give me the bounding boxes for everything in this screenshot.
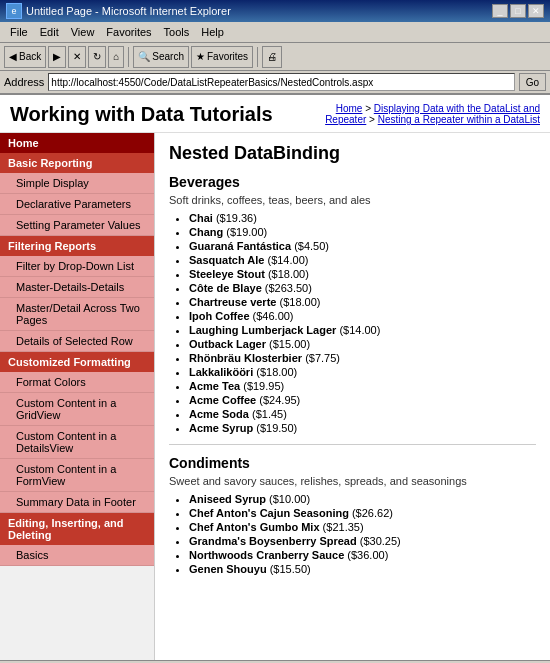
window-controls[interactable]: _ □ ✕ (492, 4, 544, 18)
product-name: Aniseed Syrup (189, 493, 266, 505)
product-name: Acme Syrup (189, 422, 253, 434)
product-price: ($7.75) (305, 352, 340, 364)
list-item: Laughing Lumberjack Lager ($14.00) (189, 324, 536, 336)
product-name: Steeleye Stout (189, 268, 265, 280)
separator-1 (128, 47, 129, 67)
product-price: ($26.62) (352, 507, 393, 519)
sidebar-section-editing-inserting-deleting: Editing, Inserting, and Deleting (0, 513, 154, 545)
go-button[interactable]: Go (519, 73, 546, 91)
product-price: ($24.95) (259, 394, 300, 406)
category-desc-0: Soft drinks, coffees, teas, beers, and a… (169, 194, 536, 206)
product-price: ($19.36) (216, 212, 257, 224)
sidebar: HomeBasic ReportingSimple DisplayDeclara… (0, 133, 155, 660)
product-list-0: Chai ($19.36)Chang ($19.00)Guaraná Fantá… (169, 212, 536, 434)
stop-button[interactable]: ✕ (68, 46, 86, 68)
product-name: Chang (189, 226, 223, 238)
address-input[interactable] (48, 73, 514, 91)
product-price: ($14.00) (339, 324, 380, 336)
refresh-button[interactable]: ↻ (88, 46, 106, 68)
breadcrumb-home[interactable]: Home (336, 103, 363, 114)
title-bar: e Untitled Page - Microsoft Internet Exp… (0, 0, 550, 22)
address-label: Address (4, 76, 44, 88)
category-desc-1: Sweet and savory sauces, relishes, sprea… (169, 475, 536, 487)
forward-button[interactable]: ▶ (48, 46, 66, 68)
product-price: ($19.00) (226, 226, 267, 238)
sidebar-item-custom-content-formview[interactable]: Custom Content in a FormView (0, 459, 154, 492)
sidebar-item-master-detail-across-two-pages[interactable]: Master/Detail Across Two Pages (0, 298, 154, 331)
sidebar-item-basics[interactable]: Basics (0, 545, 154, 566)
close-button[interactable]: ✕ (528, 4, 544, 18)
product-name: Acme Coffee (189, 394, 256, 406)
menu-edit[interactable]: Edit (34, 24, 65, 40)
sidebar-section-basic-reporting: Basic Reporting (0, 153, 154, 173)
product-price: ($21.35) (323, 521, 364, 533)
sidebar-item-summary-data-in-footer[interactable]: Summary Data in Footer (0, 492, 154, 513)
list-item: Acme Soda ($1.45) (189, 408, 536, 420)
product-price: ($19.95) (243, 380, 284, 392)
list-item: Genen Shouyu ($15.50) (189, 563, 536, 575)
breadcrumb-link2[interactable]: Nesting a Repeater within a DataList (378, 114, 540, 125)
list-item: Chef Anton's Gumbo Mix ($21.35) (189, 521, 536, 533)
sidebar-section-filtering-reports: Filtering Reports (0, 236, 154, 256)
print-button[interactable]: 🖨 (262, 46, 282, 68)
menu-tools[interactable]: Tools (158, 24, 196, 40)
product-price: ($18.00) (256, 366, 297, 378)
product-price: ($1.45) (252, 408, 287, 420)
product-name: Guaraná Fantástica (189, 240, 291, 252)
browser-icon: e (6, 3, 22, 19)
sidebar-item-format-colors[interactable]: Format Colors (0, 372, 154, 393)
product-name: Ipoh Coffee (189, 310, 250, 322)
breadcrumb: Home > Displaying Data with the DataList… (320, 103, 540, 125)
product-name: Chef Anton's Cajun Seasoning (189, 507, 349, 519)
sidebar-item-details-of-selected-row[interactable]: Details of Selected Row (0, 331, 154, 352)
list-item: Chef Anton's Cajun Seasoning ($26.62) (189, 507, 536, 519)
window-title: Untitled Page - Microsoft Internet Explo… (26, 5, 231, 17)
back-button[interactable]: ◀ Back (4, 46, 46, 68)
favorites-button[interactable]: ★ Favorites (191, 46, 253, 68)
sidebar-item-master-details-details[interactable]: Master-Details-Details (0, 277, 154, 298)
sidebar-item-custom-content-detailsview[interactable]: Custom Content in a DetailsView (0, 426, 154, 459)
main-content: Nested DataBinding BeveragesSoft drinks,… (155, 133, 550, 660)
menu-help[interactable]: Help (195, 24, 230, 40)
list-item: Northwoods Cranberry Sauce ($36.00) (189, 549, 536, 561)
product-name: Northwoods Cranberry Sauce (189, 549, 344, 561)
sidebar-item-filter-by-dropdown[interactable]: Filter by Drop-Down List (0, 256, 154, 277)
list-item: Lakkalikööri ($18.00) (189, 366, 536, 378)
address-bar: Address Go (0, 71, 550, 95)
list-item: Chang ($19.00) (189, 226, 536, 238)
sidebar-item-declarative-parameters[interactable]: Declarative Parameters (0, 194, 154, 215)
product-price: ($18.00) (280, 296, 321, 308)
list-item: Côte de Blaye ($263.50) (189, 282, 536, 294)
list-item: Acme Coffee ($24.95) (189, 394, 536, 406)
product-name: Acme Soda (189, 408, 249, 420)
product-price: ($15.00) (269, 338, 310, 350)
categories-container: BeveragesSoft drinks, coffees, teas, bee… (169, 174, 536, 575)
product-name: Chartreuse verte (189, 296, 276, 308)
product-price: ($263.50) (265, 282, 312, 294)
product-name: Genen Shouyu (189, 563, 267, 575)
sidebar-item-custom-content-gridview[interactable]: Custom Content in a GridView (0, 393, 154, 426)
product-price: ($10.00) (269, 493, 310, 505)
maximize-button[interactable]: □ (510, 4, 526, 18)
breadcrumb-sep-1: > (362, 103, 373, 114)
product-name: Acme Tea (189, 380, 240, 392)
search-button[interactable]: 🔍 Search (133, 46, 189, 68)
sidebar-section-customized-formatting: Customized Formatting (0, 352, 154, 372)
list-item: Sasquatch Ale ($14.00) (189, 254, 536, 266)
product-name: Côte de Blaye (189, 282, 262, 294)
page-wrapper: Working with Data Tutorials Home > Displ… (0, 95, 550, 660)
menu-favorites[interactable]: Favorites (100, 24, 157, 40)
minimize-button[interactable]: _ (492, 4, 508, 18)
product-price: ($19.50) (256, 422, 297, 434)
menu-file[interactable]: File (4, 24, 34, 40)
menu-view[interactable]: View (65, 24, 101, 40)
category-divider-1 (169, 444, 536, 445)
sidebar-home[interactable]: Home (0, 133, 154, 153)
home-button[interactable]: ⌂ (108, 46, 124, 68)
product-name: Rhönbräu Klosterbier (189, 352, 302, 364)
sidebar-item-setting-parameter-values[interactable]: Setting Parameter Values (0, 215, 154, 236)
page-title: Nested DataBinding (169, 143, 536, 164)
product-price: ($4.50) (294, 240, 329, 252)
list-item: Guaraná Fantástica ($4.50) (189, 240, 536, 252)
sidebar-item-simple-display[interactable]: Simple Display (0, 173, 154, 194)
